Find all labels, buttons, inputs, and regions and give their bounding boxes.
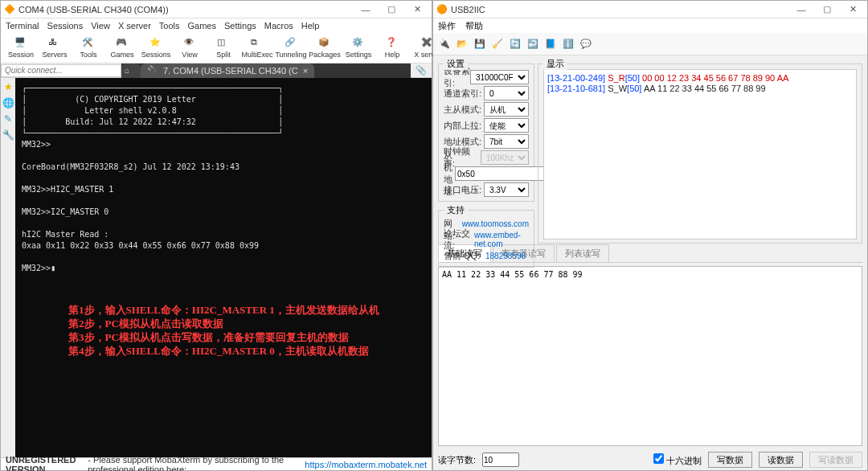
close-button[interactable]: ✕ [841, 2, 864, 17]
display-title: 显示 [543, 58, 567, 70]
help-button[interactable]: ❓Help [375, 35, 409, 62]
menu-item[interactable]: 帮助 [465, 20, 483, 32]
app-icon: 🔶 [4, 4, 15, 15]
menu-item[interactable]: 操作 [438, 20, 456, 32]
display-group: 显示 [13-21-00-249] S_R[50] 00 00 12 23 34… [538, 63, 862, 244]
save-icon[interactable]: 💾 [473, 38, 486, 51]
usb-icon: 🟠 [436, 4, 448, 15]
menu-terminal[interactable]: Terminal [6, 21, 39, 31]
setting-row: 主从模式:从机 [444, 101, 529, 117]
hex-checkbox-label[interactable]: 十六进制 [653, 453, 702, 467]
session-tab-label: 7. COM4 (USB-SERIAL CH340 (C [163, 66, 298, 76]
quick-connect-row: ⌂ 🔌 7. COM4 (USB-SERIAL CH340 (C × 📎 [1, 63, 432, 78]
session-icon: 🖥️ [14, 37, 27, 50]
tunneling-button[interactable]: 🔗Tunneling [274, 35, 308, 62]
connect-icon[interactable]: 🔌 [438, 38, 451, 51]
clear-icon[interactable]: 🧹 [491, 38, 504, 51]
setting-select[interactable]: 使能 [484, 118, 529, 133]
mobaxterm-window: 🔶 COM4 (USB-SERIAL CH340 (COM4)) — ▢ ✕ T… [0, 0, 432, 471]
sessions-icon: ⭐ [149, 37, 162, 50]
menu-macros[interactable]: Macros [264, 21, 293, 31]
setting-select[interactable]: 3.3V [484, 182, 529, 197]
star-icon[interactable]: ★ [4, 81, 13, 92]
settings-button[interactable]: ⚙️Settings [342, 35, 375, 62]
quick-connect-input[interactable] [1, 64, 121, 77]
servers-button[interactable]: 🖧Servers [38, 35, 72, 62]
menu-games[interactable]: Games [188, 21, 216, 31]
setting-row: 通道索引:0 [444, 85, 529, 101]
left-body: ★ 🌐 ✎ 🔧 ┌───────────────────────────────… [1, 78, 432, 457]
menu-help[interactable]: Help [301, 21, 320, 31]
setting-select[interactable]: 100Khz [481, 150, 529, 165]
menu-sessions[interactable]: Sessions [47, 21, 84, 31]
status-link[interactable]: https://mobaxterm.mobatek.net [305, 460, 427, 469]
support-link[interactable]: www.toomoss.com [462, 219, 529, 228]
games-button[interactable]: 🎮Games [105, 35, 139, 62]
split-icon: ◫ [217, 37, 230, 50]
hex-checkbox[interactable] [653, 453, 664, 464]
setting-select[interactable]: 0 [484, 86, 529, 100]
wrench-icon[interactable]: 🔧 [2, 129, 14, 141]
session-tab[interactable]: 🔌 7. COM4 (USB-SERIAL CH340 (C × [141, 63, 314, 78]
folder-icon[interactable]: 📂 [456, 38, 469, 51]
serial-icon: 🔌 [147, 65, 158, 76]
setting-row: 内部上拉:使能 [444, 117, 529, 133]
bytes-input[interactable] [482, 453, 519, 467]
support-group: 支持 官方网站:www.toomoss.com论坛交流:www.embed-ne… [438, 210, 534, 268]
support-row: 论坛交流:www.embed-net.com [444, 231, 529, 248]
terminal[interactable]: ┌───────────────────────────────────────… [15, 78, 432, 457]
reset-icon[interactable]: ↩️ [526, 38, 539, 51]
chat-icon[interactable]: 💬 [579, 38, 592, 51]
display-panel[interactable]: [13-21-00-249] S_R[50] 00 00 12 23 34 45… [543, 69, 857, 240]
multiexec-button[interactable]: ⧉MultiExec [240, 35, 274, 62]
session-button[interactable]: 🖥️Session [4, 35, 38, 62]
maximize-button[interactable]: ▢ [816, 2, 838, 17]
minimize-button[interactable]: — [354, 2, 377, 17]
menu-x server[interactable]: X server [118, 21, 151, 31]
menu-view[interactable]: View [91, 21, 110, 31]
settings-title: 设置 [444, 58, 468, 70]
menu-tools[interactable]: Tools [159, 21, 180, 31]
tools-button[interactable]: 🛠️Tools [72, 35, 105, 62]
annotation-overlay: 第1步，输入SHELL命令：HI2C_MASTER 1，主机发送数据给从机第2步… [68, 303, 379, 358]
right-title: USB2IIC [451, 5, 485, 14]
split-button[interactable]: ◫Split [207, 35, 240, 62]
rw-tab[interactable]: 列表读写 [556, 244, 609, 262]
info-icon[interactable]: ℹ️ [562, 38, 575, 51]
maximize-button[interactable]: ▢ [380, 2, 403, 17]
brush-icon[interactable]: ✎ [4, 113, 12, 125]
setting-select[interactable]: 从机 [484, 102, 529, 117]
close-tab-icon[interactable]: × [303, 66, 308, 76]
packages-icon: 📦 [318, 37, 331, 50]
support-title: 支持 [444, 204, 468, 216]
setting-select[interactable]: 31000C0F [470, 70, 529, 84]
left-menubar: TerminalSessionsViewX serverToolsGamesSe… [1, 18, 432, 33]
support-link[interactable]: www.embed-net.com [474, 231, 529, 248]
rw-textbox[interactable]: AA 11 22 33 44 55 66 77 88 99 [438, 266, 862, 446]
view-button[interactable]: 👁️View [173, 35, 207, 62]
top-panels: 设置 设备索引:31000C0F通道索引:0主从模式:从机内部上拉:使能地址模式… [433, 55, 867, 247]
settings-icon: ⚙️ [352, 37, 365, 50]
right-menubar: 操作帮助 [433, 18, 867, 33]
setting-select[interactable]: 7bit [484, 134, 529, 149]
right-toolbar: 🔌 📂 💾 🧹 🔄 ↩️ 📘 ℹ️ 💬 [433, 33, 867, 55]
write-button[interactable]: 写数据 [708, 452, 752, 468]
refresh-icon[interactable]: 🔄 [509, 38, 522, 51]
sessions-button[interactable]: ⭐Sessions [139, 35, 173, 62]
write-read-button: 写读数据 [809, 452, 862, 468]
read-button[interactable]: 读数据 [759, 452, 803, 468]
servers-icon: 🖧 [48, 37, 61, 50]
home-tab[interactable]: ⌂ [121, 63, 141, 78]
support-link[interactable]: 188298598 [485, 252, 526, 260]
book-icon[interactable]: 📘 [544, 38, 557, 51]
close-button[interactable]: ✕ [406, 2, 428, 17]
menu-settings[interactable]: Settings [224, 21, 256, 31]
globe-icon[interactable]: 🌐 [2, 97, 14, 109]
setting-row: 时钟频率:100Khz [444, 149, 529, 166]
setting-row: 接口电压:3.3V [444, 182, 529, 198]
setting-row: 设备索引:31000C0F [444, 69, 529, 85]
minimize-button[interactable]: — [790, 2, 813, 17]
packages-button[interactable]: 📦Packages [308, 35, 342, 62]
attach-icon[interactable]: 📎 [411, 65, 432, 76]
left-titlebar: 🔶 COM4 (USB-SERIAL CH340 (COM4)) — ▢ ✕ [1, 1, 432, 18]
